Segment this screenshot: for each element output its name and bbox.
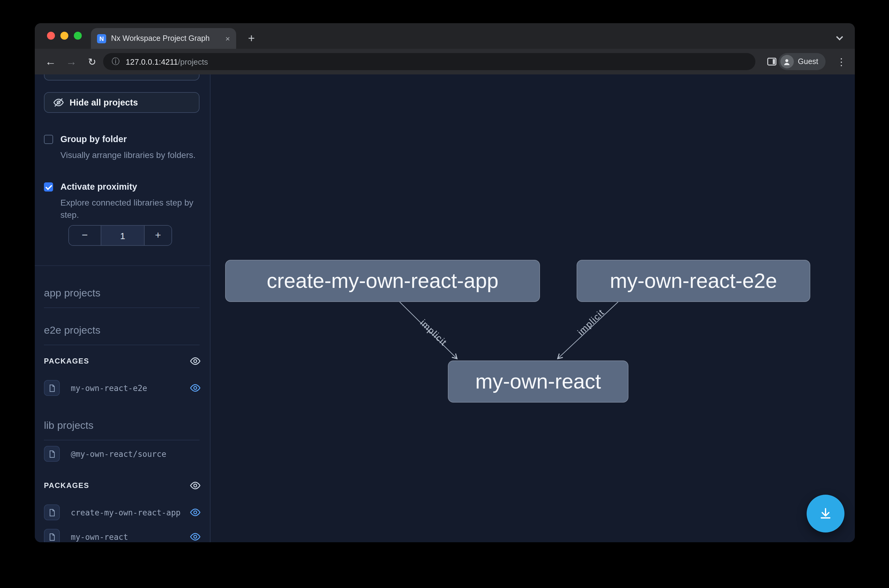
new-tab-button[interactable]: + [243, 30, 259, 46]
proximity-depth-value: 1 [101, 226, 145, 245]
project-list-item[interactable]: create-my-own-react-app [44, 504, 201, 520]
focus-project-eye-icon[interactable] [189, 531, 201, 542]
profile-chip[interactable]: Guest [778, 53, 826, 70]
project-name: my-own-react-e2e [71, 383, 147, 393]
focus-project-eye-icon[interactable] [189, 506, 201, 519]
nx-favicon-icon: N [97, 34, 106, 43]
section-heading-lib-projects: lib projects [44, 420, 200, 440]
toggle-packages-eye-icon[interactable] [189, 355, 201, 367]
group-by-folder-label: Group by folder [60, 134, 127, 144]
window-controls [47, 32, 82, 40]
url-path: /projects [178, 57, 208, 66]
activate-proximity-description: Explore connected libraries step by step… [60, 196, 200, 221]
browser-window: N Nx Workspace Project Graph × + ← → ↻ ⓘ… [35, 23, 855, 542]
tab-title: Nx Workspace Project Graph [111, 34, 221, 43]
side-panel-icon[interactable] [764, 54, 779, 69]
project-name: @my-own-react/source [71, 449, 166, 458]
profile-label: Guest [798, 57, 818, 66]
packages-label: PACKAGES [44, 357, 89, 365]
download-button[interactable] [806, 495, 844, 532]
clipped-top-button[interactable] [44, 74, 200, 81]
window-close-button[interactable] [47, 32, 55, 40]
site-info-icon[interactable]: ⓘ [112, 56, 120, 67]
group-by-folder-option: Group by folder Visually arrange librari… [44, 133, 200, 161]
download-icon [818, 506, 833, 522]
project-name: create-my-own-react-app [71, 508, 180, 517]
avatar-icon [780, 55, 793, 68]
sidebar-divider [35, 266, 210, 266]
hide-all-projects-label: Hide all projects [69, 98, 138, 107]
package-file-icon [44, 529, 60, 542]
proximity-depth-stepper: − 1 + [68, 225, 172, 246]
project-list-item[interactable]: @my-own-react/source [44, 446, 201, 462]
activate-proximity-checkbox[interactable] [44, 182, 53, 191]
window-minimize-button[interactable] [60, 32, 68, 40]
package-file-icon [44, 504, 60, 520]
graph-edges: implicit implicit [210, 74, 855, 542]
window-zoom-button[interactable] [74, 32, 82, 40]
edge-label: implicit [418, 318, 449, 348]
desktop: N Nx Workspace Project Graph × + ← → ↻ ⓘ… [0, 0, 889, 588]
url-host: 127.0.0.1:4211 [126, 57, 178, 66]
reload-button[interactable]: ↻ [84, 53, 101, 70]
tab-close-icon[interactable]: × [225, 34, 230, 42]
project-list-item[interactable]: my-own-react [44, 529, 201, 542]
section-heading-app-projects: app projects [44, 287, 200, 308]
page-content: Hide all projects Group by folder Visual… [35, 74, 855, 542]
edge-label: implicit [576, 307, 606, 337]
navigation-bar: ← → ↻ ⓘ 127.0.0.1:4211/projects Guest ⋮ [35, 49, 855, 74]
packages-header: PACKAGES [44, 355, 201, 367]
activate-proximity-label: Activate proximity [60, 182, 137, 192]
hide-all-projects-button[interactable]: Hide all projects [44, 92, 200, 113]
back-button[interactable]: ← [42, 53, 59, 70]
group-by-folder-description: Visually arrange libraries by folders. [60, 149, 200, 161]
package-file-icon [44, 446, 60, 462]
menu-icon[interactable]: ⋮ [835, 53, 847, 70]
project-list-item[interactable]: my-own-react-e2e [44, 380, 201, 396]
browser-tab[interactable]: N Nx Workspace Project Graph × [91, 28, 236, 49]
activate-proximity-option: Activate proximity Explore connected lib… [44, 180, 200, 221]
graph-node[interactable]: my-own-react-e2e [577, 260, 810, 302]
eye-off-icon [53, 97, 64, 108]
address-bar[interactable]: ⓘ 127.0.0.1:4211/projects [103, 53, 755, 70]
packages-header: PACKAGES [44, 479, 201, 492]
graph-node[interactable]: my-own-react [448, 360, 628, 403]
tab-search-chevron-icon[interactable] [833, 31, 846, 45]
group-by-folder-checkbox[interactable] [44, 135, 53, 144]
packages-label: PACKAGES [44, 481, 89, 490]
toggle-packages-eye-icon[interactable] [189, 479, 201, 492]
graph-canvas[interactable]: implicit implicit create-my-own-react-ap… [210, 74, 855, 542]
sidebar: Hide all projects Group by folder Visual… [35, 74, 210, 542]
increment-button[interactable]: + [145, 226, 171, 245]
graph-node[interactable]: create-my-own-react-app [225, 260, 540, 302]
tab-strip: N Nx Workspace Project Graph × + [35, 23, 855, 49]
section-heading-e2e-projects: e2e projects [44, 324, 200, 345]
focus-project-eye-icon[interactable] [189, 382, 201, 394]
package-file-icon [44, 380, 60, 396]
forward-button[interactable]: → [63, 53, 80, 70]
decrement-button[interactable]: − [69, 226, 101, 245]
project-name: my-own-react [71, 532, 128, 542]
